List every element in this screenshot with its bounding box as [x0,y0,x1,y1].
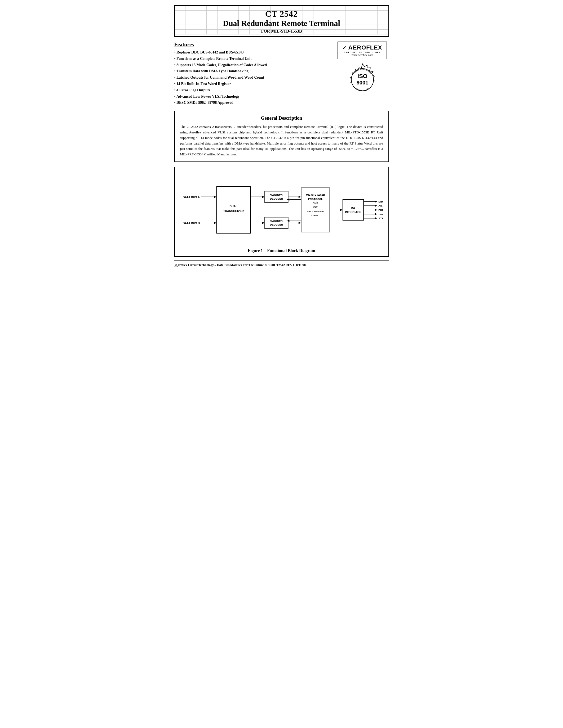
svg-marker-11 [214,222,216,224]
description-box: General Description The CT2542 contains … [174,111,389,162]
warning-icon: △ [174,263,177,268]
list-item: 4 Error Flag Outputs [174,87,331,93]
product-standard: FOR MIL-STD-1553B [180,29,383,34]
features-right: ✓ AEROFLEX CIRCUIT TECHNOLOGY www.aerofl… [336,42,389,97]
svg-marker-28 [298,222,301,224]
svg-text:A0-A11: A0-A11 [378,204,383,207]
list-item: Latched Outputs for Command Word and Wor… [174,74,331,81]
list-item: 14 Bit Built-In-Test Word Register [174,81,331,87]
features-list: Replaces DDC BUS-65142 and BUS-65143 Fun… [174,49,331,106]
list-item: Replaces DDC BUS-65142 and BUS-65143 [174,49,331,56]
svg-text:STATUS BITS: STATUS BITS [378,217,383,220]
svg-text:TRANSCEIVER: TRANSCEIVER [223,209,244,213]
list-item: Supports 13 Mode Codes, Illegalization o… [174,62,331,68]
svg-marker-55 [375,213,377,215]
svg-text:DECODER: DECODER [270,197,283,200]
aeroflex-check-icon: ✓ [342,45,347,51]
svg-marker-18 [262,222,265,224]
description-text: The CT2542 contains 2 transceivers, 2 en… [180,124,383,157]
svg-marker-52 [375,209,377,211]
aeroflex-logo: ✓ AEROFLEX [342,44,382,51]
svg-marker-16 [262,196,265,198]
product-subtitle: Dual Redundant Remote Terminal [180,19,383,28]
footer: △ eroflex Circuit Technology – Data Bus … [174,260,389,268]
list-item: Advanced Low Power VLSI Technology [174,93,331,100]
features-section: Features Replaces DDC BUS-65142 and BUS-… [174,42,389,106]
svg-text:INTERFACE: INTERFACE [345,210,361,214]
svg-text:ENCODER/: ENCODER/ [269,194,283,196]
svg-text:DUAL: DUAL [229,205,237,208]
block-diagram-svg: DATA BUS A DATA BUS B DUAL TRANSCEIVER E… [180,172,383,246]
svg-text:ERROR FLAG: ERROR FLAG [378,209,383,212]
iso-badge-svg: ISO 9001 AEROFLEX LABS INC. C E R T I F … [345,62,380,97]
list-item: Functions as a Complete Remote Terminal … [174,56,331,62]
svg-marker-49 [375,205,377,207]
svg-text:I/O: I/O [351,206,355,209]
iso-badge: ISO 9001 AEROFLEX LABS INC. C E R T I F … [345,62,380,97]
list-item: DESC SMD# 5962–89798 Approved [174,100,331,106]
diagram-box: DATA BUS A DATA BUS B DUAL TRANSCEIVER E… [174,167,389,257]
aeroflex-subtitle: CIRCUIT TECHNOLOGY [342,51,382,54]
svg-text:PROTOCOL: PROTOCOL [308,197,323,200]
aeroflex-url: www.aeroflex.com [342,54,382,57]
svg-text:DB0-DB15: DB0-DB15 [378,200,383,203]
header-box: // Generate grid cells inline via a loop… [174,5,389,37]
list-item: Transfers Data with DMA Type Handshaking [174,68,331,74]
svg-text:ISO: ISO [358,73,368,79]
svg-text:MIL-STD-1553B: MIL-STD-1553B [306,193,325,196]
svg-marker-9 [214,196,216,198]
svg-text:TIMING FLAGS: TIMING FLAGS [378,213,383,216]
description-title: General Description [180,115,383,121]
footer-text: eroflex Circuit Technology – Data Bus Mo… [178,263,306,267]
svg-text:ENCODER/: ENCODER/ [269,219,283,222]
features-left: Features Replaces DDC BUS-65142 and BUS-… [174,42,336,106]
svg-text:AND: AND [313,201,318,204]
product-title: CT 2542 [180,9,383,19]
svg-rect-42 [343,200,364,221]
svg-marker-41 [340,209,343,211]
svg-text:PROCESSING: PROCESSING [307,210,324,213]
svg-marker-46 [375,201,377,203]
svg-marker-58 [375,217,377,219]
header-content: CT 2542 Dual Redundant Remote Terminal F… [175,6,389,36]
diagram-area: DATA BUS A DATA BUS B DUAL TRANSCEIVER E… [180,172,383,246]
svg-text:DATA BUS B: DATA BUS B [182,222,200,225]
svg-text:DECODER: DECODER [270,223,283,226]
svg-text:BIT: BIT [313,206,318,209]
svg-text:9001: 9001 [356,80,368,86]
svg-text:DATA BUS A: DATA BUS A [182,196,199,199]
features-title: Features [174,42,331,48]
diagram-title: Figure 1 – Functional Block Diagram [180,248,383,253]
aeroflex-logo-box: ✓ AEROFLEX CIRCUIT TECHNOLOGY www.aerofl… [338,42,387,59]
svg-marker-26 [298,196,301,198]
svg-text:LOGIC: LOGIC [311,214,320,217]
